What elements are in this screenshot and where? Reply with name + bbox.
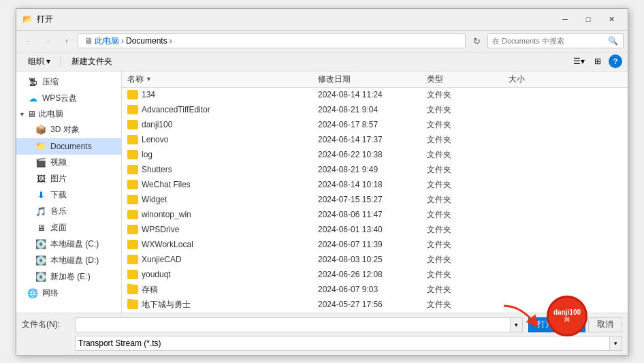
file-type: 文件夹 [421,119,503,131]
file-type: 文件夹 [421,164,503,176]
view-list-icon: ☰ [573,57,581,66]
up-button[interactable]: ↑ [59,33,75,48]
help-button[interactable]: ? [609,54,622,68]
search-bar: 🔍 [487,33,624,48]
table-row[interactable]: danji100 2024-06-17 8:57 文件夹 [122,118,628,133]
back-button[interactable]: ← [20,33,37,48]
music-icon: 🎵 [35,206,46,217]
table-row[interactable]: WeChat Files 2024-08-14 10:18 文件夹 [122,178,628,193]
sidebar-item-3d[interactable]: 📦 3D 对象 [16,122,121,138]
sidebar: 🗜 压缩 ☁ WPS云盘 ▼ 🖥 此电脑 📦 3D 对象 📁 D [16,72,122,313]
documents-icon: 📁 [35,141,46,152]
file-name: log [142,150,152,159]
close-button[interactable]: ✕ [600,12,622,27]
cancel-button[interactable]: 取消 [588,317,622,332]
local-c-icon: 💽 [35,239,46,250]
filetype-select[interactable]: Transport Stream (*.ts) [75,336,610,351]
table-row[interactable]: youduqt 2024-06-26 12:08 文件夹 [122,268,628,283]
table-row[interactable]: Widget 2024-07-15 15:27 文件夹 [122,193,628,208]
sidebar-item-desktop[interactable]: 🖥 桌面 [16,220,121,236]
sidebar-item-new-vol-e[interactable]: 💽 新加卷 (E:) [16,269,121,285]
file-date: 2024-06-22 10:38 [312,150,421,159]
col-header-name[interactable]: 名称 ▼ [122,74,312,85]
sidebar-item-compress-label: 压缩 [42,76,59,88]
sidebar-item-network[interactable]: 🌐 网络 [16,285,121,302]
breadcrumb-this-pc[interactable]: 此电脑 [95,35,119,47]
col-header-size[interactable]: 大小 [503,74,628,85]
folder-icon [127,255,138,264]
table-row[interactable]: 地下城与勇士 2024-05-27 17:56 文件夹 [122,298,628,313]
file-name: youduqt [142,270,171,279]
folder-icon [127,135,138,144]
filename-input-wrap: ▾ [75,317,523,332]
table-row[interactable]: 134 2024-08-14 11:24 文件夹 [122,88,628,103]
action-toolbar: 组织 ▾ 新建文件夹 ☰ ▾ ⊞ ? [16,52,628,72]
filename-label: 文件名(N): [22,319,69,330]
sidebar-downloads-label: 下载 [50,189,67,201]
folder-icon [127,270,138,279]
view-dropdown-arrow: ▾ [581,57,585,66]
file-name: Widget [142,195,167,204]
sidebar-item-wps-cloud[interactable]: ☁ WPS云盘 [16,91,121,107]
search-icon[interactable]: 🔍 [607,35,619,47]
sidebar-item-local-d[interactable]: 💽 本地磁盘 (D:) [16,253,121,269]
filename-dropdown-button[interactable]: ▾ [511,317,523,332]
action-buttons: 打开(O) ▾ 取消 [528,317,622,332]
dialog-title: 打开 [37,14,554,25]
sidebar-item-video[interactable]: 🎬 视频 [16,155,121,171]
file-type: 文件夹 [421,239,503,251]
sidebar-item-pictures[interactable]: 🖼 图片 [16,171,121,187]
organize-button[interactable]: 组织 ▾ [22,54,57,69]
table-row[interactable]: log 2024-06-22 10:38 文件夹 [122,148,628,163]
maximize-button[interactable]: □ [577,12,599,27]
sidebar-local-d-label: 本地磁盘 (D:) [50,255,99,266]
view-dropdown-button[interactable]: ☰ ▾ [570,54,587,69]
open-button[interactable]: 打开(O) [528,317,573,332]
file-name: winontop_win [142,210,191,219]
file-type: 文件夹 [421,104,503,116]
table-row[interactable]: WPSDrive 2024-06-01 13:40 文件夹 [122,223,628,238]
table-row[interactable]: AdvancedTiffEditor 2024-08-21 9:04 文件夹 [122,103,628,118]
minimize-button[interactable]: ─ [554,12,576,27]
new-folder-button[interactable]: 新建文件夹 [65,54,118,69]
filename-input[interactable] [75,317,511,332]
wps-cloud-icon: ☁ [27,93,38,104]
filetype-dropdown-button[interactable]: ▾ [610,336,622,351]
table-row[interactable]: WXWorkLocal 2024-06-07 11:39 文件夹 [122,238,628,253]
sidebar-video-label: 视频 [50,157,67,168]
toolbar-separator [61,56,61,67]
sidebar-music-label: 音乐 [50,206,67,217]
open-dialog: 📂 打开 ─ □ ✕ ← → ↑ 🖥 此电脑 › Documents › ↻ 🔍… [16,8,628,356]
filename-row: 文件名(N): ▾ 打开(O) ▾ 取消 [22,317,622,332]
table-row[interactable]: Shutters 2024-08-21 9:49 文件夹 [122,163,628,178]
col-header-date[interactable]: 修改日期 [312,74,421,85]
file-date: 2024-05-27 17:56 [312,300,421,309]
file-type: 文件夹 [421,134,503,146]
file-name: 地下城与勇士 [142,299,191,311]
table-row[interactable]: winontop_win 2024-08-06 11:47 文件夹 [122,208,628,223]
open-dropdown-arrow[interactable]: ▾ [573,317,585,332]
sidebar-item-downloads[interactable]: ⬇ 下载 [16,187,121,204]
sidebar-item-music[interactable]: 🎵 音乐 [16,204,121,220]
view-controls: ☰ ▾ ⊞ ? [570,54,622,69]
sidebar-3d-label: 3D 对象 [50,124,80,136]
sidebar-documents-label: Documents [50,142,92,151]
sidebar-item-local-c[interactable]: 💽 本地磁盘 (C:) [16,236,121,253]
refresh-button[interactable]: ↻ [468,33,485,48]
forward-button[interactable]: → [39,33,56,48]
view-grid-button[interactable]: ⊞ [590,54,606,69]
breadcrumb-arrow2: › [170,36,172,46]
col-header-type[interactable]: 类型 [421,74,503,85]
table-row[interactable]: Lenovo 2024-06-14 17:37 文件夹 [122,133,628,148]
breadcrumb-arrow1: › [121,36,124,46]
table-row[interactable]: XunjieCAD 2024-08-03 10:25 文件夹 [122,253,628,268]
search-input[interactable] [492,37,607,45]
sidebar-this-pc-header[interactable]: ▼ 🖥 此电脑 [16,107,121,122]
file-date: 2024-08-21 9:04 [312,105,421,114]
organize-chevron: ▾ [46,57,50,66]
dialog-icon: 📂 [22,14,33,25]
sidebar-item-compress[interactable]: 🗜 压缩 [16,74,121,91]
file-type: 文件夹 [421,209,503,221]
table-row[interactable]: 存稿 2024-06-07 9:03 文件夹 [122,283,628,298]
sidebar-item-documents[interactable]: 📁 Documents [16,138,121,155]
